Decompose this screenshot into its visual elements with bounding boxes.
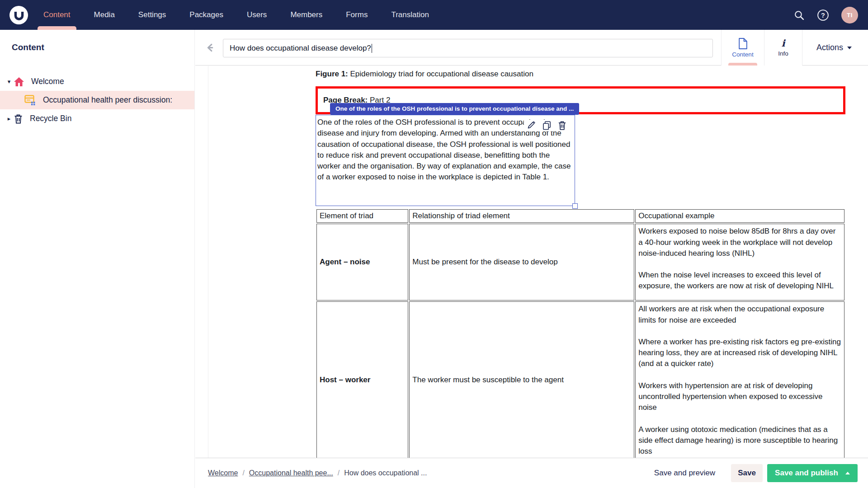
document-type-icon <box>24 95 36 105</box>
active-tab-indicator <box>728 63 757 66</box>
tree-item-recycle-bin[interactable]: ▸ Recycle Bin <box>0 109 194 128</box>
tab-info[interactable]: i Info <box>764 30 802 66</box>
delete-block-button[interactable] <box>558 121 566 131</box>
info-icon: i <box>782 38 785 48</box>
avatar-initials: TI <box>847 12 853 19</box>
nav-item-translation[interactable]: Translation <box>379 0 440 30</box>
edit-block-button[interactable] <box>527 121 536 131</box>
nav-item-packages[interactable]: Packages <box>178 0 235 30</box>
pencil-icon <box>527 121 536 130</box>
table-header-cell: Occupational example <box>635 209 844 223</box>
trash-icon <box>558 121 566 130</box>
example-paragraph: A worker using ototoxic medication (medi… <box>638 424 841 457</box>
figure-caption: Figure 1: Epidemiology triad for occupat… <box>316 69 845 80</box>
active-nav-indicator <box>38 26 76 30</box>
content-tree-sidebar: Content ▾ Welcome <box>0 30 195 488</box>
example-paragraph: Workers with hypertension are at risk of… <box>638 380 841 413</box>
main-nav: Content Media Settings Packages Users Me… <box>32 0 441 30</box>
search-button[interactable] <box>793 9 805 21</box>
tree-item-occupational-health-peer-discussion[interactable]: Occupational health peer discussion: <box>0 91 194 109</box>
document-title-value: How does occupational disease develop? <box>230 44 371 53</box>
tree-item-label: Welcome <box>31 77 64 86</box>
nav-item-users[interactable]: Users <box>235 0 278 30</box>
nav-item-content[interactable]: Content <box>32 0 82 30</box>
home-icon <box>14 77 24 87</box>
chevron-right-icon[interactable]: ▸ <box>5 115 13 122</box>
example-paragraph: All workers are at risk when the occupat… <box>638 304 841 326</box>
save-button[interactable]: Save <box>731 464 763 482</box>
nav-label: Members <box>290 10 322 19</box>
block-resize-handle[interactable] <box>572 203 578 209</box>
actions-button[interactable]: Actions <box>814 30 854 66</box>
text-cursor <box>372 44 373 53</box>
help-button[interactable]: ? <box>817 9 829 21</box>
figure-caption-text: Epidemiology triad for occupational dise… <box>348 70 533 78</box>
table-cell-example: Workers exposed to noise below 85dB for … <box>635 224 844 300</box>
table-cell-relationship: Must be present for the disease to devel… <box>409 224 634 300</box>
triad-table[interactable]: Element of triad Relationship of triad e… <box>316 208 845 458</box>
save-and-preview-button[interactable]: Save and preview <box>651 468 718 478</box>
copy-block-button[interactable] <box>542 121 551 131</box>
chevron-down-icon <box>847 47 852 49</box>
document-content: Figure 1: Epidemiology triad for occupat… <box>316 66 845 80</box>
rich-text-block[interactable]: One of the roles of the OSH professional… <box>316 115 575 206</box>
table-row: Host – worker The worker must be suscept… <box>316 301 844 458</box>
chevron-up-icon <box>845 472 850 474</box>
nav-label: Users <box>247 10 267 19</box>
table-cell-element: Host – worker <box>316 301 408 458</box>
block-tooltip-text: One of the roles of the OSH professional… <box>335 104 574 113</box>
table-header-row: Element of triad Relationship of triad e… <box>316 209 844 223</box>
example-paragraph: Workers exposed to noise below 85dB for … <box>638 226 841 259</box>
table-cell-example: All workers are at risk when the occupat… <box>635 301 844 458</box>
nav-item-media[interactable]: Media <box>82 0 127 30</box>
content-tree: ▾ Welcome Occupatio <box>0 72 194 128</box>
user-avatar[interactable]: TI <box>841 7 858 23</box>
canvas-edge-divider <box>208 66 208 458</box>
editor-footer: Welcome / Occupational health pee... / H… <box>195 458 868 488</box>
breadcrumb-link-parent[interactable]: Occupational health pee... <box>249 469 333 477</box>
breadcrumb-link-welcome[interactable]: Welcome <box>208 469 238 477</box>
svg-text:?: ? <box>821 11 825 19</box>
back-button[interactable] <box>205 42 216 54</box>
table-cell-relationship: The worker must be susceptible to the ag… <box>409 301 634 458</box>
block-actions-toolbar <box>524 120 567 131</box>
umbraco-u-icon <box>13 9 25 21</box>
nav-label: Packages <box>189 10 223 19</box>
nav-label: Translation <box>391 10 429 19</box>
tree-item-welcome[interactable]: ▾ Welcome <box>0 72 194 91</box>
editor-header: How does occupational disease develop? C… <box>195 30 868 66</box>
figure-caption-prefix: Figure 1: <box>316 70 348 78</box>
tab-label: Content <box>732 51 753 58</box>
save-and-publish-label: Save and publish <box>775 469 838 478</box>
breadcrumb-separator: / <box>242 469 244 477</box>
breadcrumb-separator: / <box>338 469 340 477</box>
tree-item-label: Occupational health peer discussion: <box>43 95 172 105</box>
tab-content[interactable]: Content <box>721 30 764 66</box>
nav-label: Content <box>43 10 71 19</box>
sidebar-section-title: Content <box>12 42 194 52</box>
example-paragraph: When the noise level increases to exceed… <box>638 270 841 292</box>
nav-label: Forms <box>346 10 368 19</box>
editor-main: How does occupational disease develop? C… <box>195 30 868 488</box>
table-header-cell: Element of triad <box>316 209 408 223</box>
trash-icon <box>14 114 23 124</box>
search-icon <box>793 9 805 21</box>
help-icon: ? <box>817 9 829 21</box>
chevron-down-icon[interactable]: ▾ <box>5 78 13 85</box>
document-canvas[interactable]: Figure 1: Epidemiology triad for occupat… <box>195 66 868 458</box>
table-header-cell: Relationship of triad element <box>409 209 634 223</box>
table-row: Agent – noise Must be present for the di… <box>316 224 844 300</box>
breadcrumb: Welcome / Occupational health pee... / H… <box>208 469 427 477</box>
nav-item-members[interactable]: Members <box>278 0 334 30</box>
document-title-input[interactable]: How does occupational disease develop? <box>223 39 713 57</box>
breadcrumb-current: How does occupational ... <box>344 469 427 477</box>
block-tooltip: One of the roles of the OSH professional… <box>330 103 579 115</box>
copy-icon <box>542 121 551 131</box>
nav-item-settings[interactable]: Settings <box>127 0 178 30</box>
nav-item-forms[interactable]: Forms <box>334 0 379 30</box>
umbraco-logo[interactable] <box>9 6 28 24</box>
save-and-publish-button[interactable]: Save and publish <box>767 464 858 482</box>
example-paragraph: Where a worker has pre-existing risk fac… <box>638 337 841 370</box>
actions-label: Actions <box>816 43 843 52</box>
arrow-left-icon <box>205 42 216 53</box>
